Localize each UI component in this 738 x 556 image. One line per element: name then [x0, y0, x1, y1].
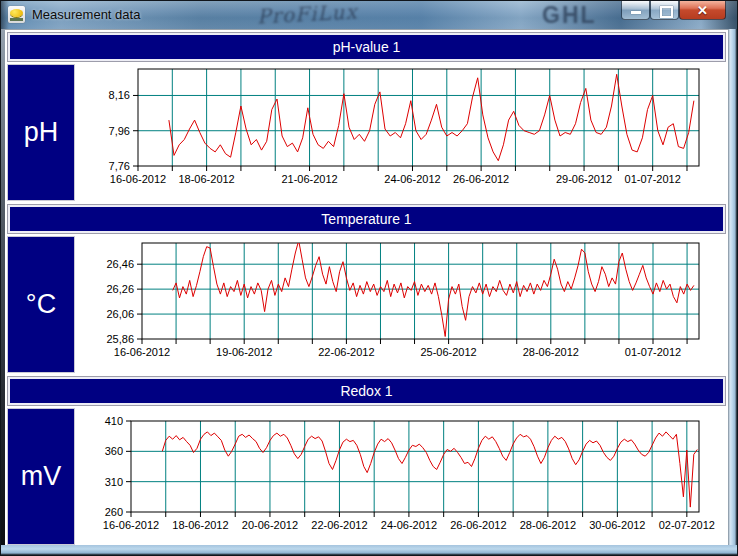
unit-label-box-temperature: °C	[8, 237, 74, 372]
chart-area-redox: 41036031026016-06-201218-06-201220-06-20…	[77, 409, 725, 544]
chart-section-redox: Redox 1 mV 41036031026016-06-201218-06-2…	[8, 377, 725, 544]
svg-text:7,96: 7,96	[109, 125, 130, 137]
app-icon	[8, 6, 25, 23]
svg-text:26,26: 26,26	[106, 283, 134, 295]
chart-body-ph: pH 8,167,967,7616-06-201218-06-201221-06…	[8, 65, 725, 200]
svg-text:26,06: 26,06	[106, 308, 134, 320]
window-content: pH-value 1 pH 8,167,967,7616-06-201218-0…	[5, 29, 728, 545]
window-title: Measurement data	[32, 7, 140, 22]
chart-title-redox: Redox 1	[340, 383, 392, 399]
svg-text:22-06-2012: 22-06-2012	[311, 519, 367, 531]
fish-logo-icon	[10, 9, 23, 17]
background-watermark-script: ProFiLux	[256, 1, 358, 29]
svg-text:29-06-2012: 29-06-2012	[556, 173, 612, 185]
svg-text:25,86: 25,86	[106, 333, 134, 345]
fish-logo-base	[10, 18, 23, 21]
svg-text:260: 260	[105, 506, 123, 518]
svg-text:410: 410	[105, 415, 123, 427]
unit-label-box-redox: mV	[8, 409, 74, 544]
svg-text:8,16: 8,16	[109, 89, 130, 101]
chart-title-ph: pH-value 1	[333, 39, 401, 55]
chart-title-temperature: Temperature 1	[321, 211, 411, 227]
svg-text:16-06-2012: 16-06-2012	[110, 173, 166, 185]
chart-body-redox: mV 41036031026016-06-201218-06-201220-06…	[8, 409, 725, 544]
chart-header-redox: Redox 1	[8, 377, 725, 405]
svg-text:28-06-2012: 28-06-2012	[520, 519, 576, 531]
chart-area-ph: 8,167,967,7616-06-201218-06-201221-06-20…	[77, 65, 725, 200]
svg-text:16-06-2012: 16-06-2012	[114, 346, 170, 358]
temperature-line-chart: 26,4626,2626,0625,8616-06-201219-06-2012…	[77, 237, 725, 372]
unit-label-box-ph: pH	[8, 65, 74, 200]
svg-text:18-06-2012: 18-06-2012	[172, 519, 228, 531]
ph-line-chart: 8,167,967,7616-06-201218-06-201221-06-20…	[77, 65, 725, 200]
svg-text:7,76: 7,76	[109, 160, 130, 172]
svg-text:310: 310	[105, 476, 123, 488]
svg-text:02-07-2012: 02-07-2012	[659, 519, 715, 531]
chart-body-temperature: °C 26,4626,2626,0625,8616-06-201219-06-2…	[8, 237, 725, 372]
redox-line-chart: 41036031026016-06-201218-06-201220-06-20…	[77, 409, 725, 544]
svg-text:25-06-2012: 25-06-2012	[420, 346, 476, 358]
chart-header-temperature: Temperature 1	[8, 205, 725, 233]
chart-section-temperature: Temperature 1 °C 26,4626,2626,0625,8616-…	[8, 205, 725, 372]
unit-label-temperature: °C	[26, 289, 56, 320]
window-controls: ✕	[621, 1, 726, 20]
svg-text:26,46: 26,46	[106, 258, 134, 270]
svg-text:26-06-2012: 26-06-2012	[453, 173, 509, 185]
unit-label-ph: pH	[24, 117, 59, 148]
svg-text:01-07-2012: 01-07-2012	[625, 173, 681, 185]
close-button[interactable]: ✕	[679, 1, 726, 20]
minimize-button[interactable]	[621, 1, 650, 20]
chart-section-ph: pH-value 1 pH 8,167,967,7616-06-201218-0…	[8, 33, 725, 200]
svg-text:19-06-2012: 19-06-2012	[216, 346, 272, 358]
titlebar[interactable]: Measurement data ProFiLux GHL ✕	[1, 1, 737, 30]
maximize-button[interactable]	[650, 1, 679, 20]
minimize-icon	[631, 11, 641, 14]
close-icon: ✕	[680, 3, 725, 18]
chart-header-ph: pH-value 1	[8, 33, 725, 61]
maximize-icon	[660, 6, 673, 18]
svg-text:22-06-2012: 22-06-2012	[318, 346, 374, 358]
svg-text:28-06-2012: 28-06-2012	[523, 346, 579, 358]
svg-text:26-06-2012: 26-06-2012	[450, 519, 506, 531]
unit-label-redox: mV	[21, 461, 62, 492]
svg-text:360: 360	[105, 445, 123, 457]
background-watermark-ghl: GHL	[542, 2, 597, 29]
window-resize-edge-right[interactable]	[728, 29, 737, 545]
svg-text:16-06-2012: 16-06-2012	[103, 519, 159, 531]
svg-text:18-06-2012: 18-06-2012	[178, 173, 234, 185]
window-resize-edge-bottom[interactable]	[1, 545, 737, 555]
svg-text:01-07-2012: 01-07-2012	[625, 346, 681, 358]
chart-area-temperature: 26,4626,2626,0625,8616-06-201219-06-2012…	[77, 237, 725, 372]
svg-text:21-06-2012: 21-06-2012	[281, 173, 337, 185]
svg-text:30-06-2012: 30-06-2012	[589, 519, 645, 531]
svg-text:24-06-2012: 24-06-2012	[384, 173, 440, 185]
svg-text:24-06-2012: 24-06-2012	[381, 519, 437, 531]
app-window: Measurement data ProFiLux GHL ✕ pH-value…	[0, 0, 738, 556]
svg-text:20-06-2012: 20-06-2012	[242, 519, 298, 531]
